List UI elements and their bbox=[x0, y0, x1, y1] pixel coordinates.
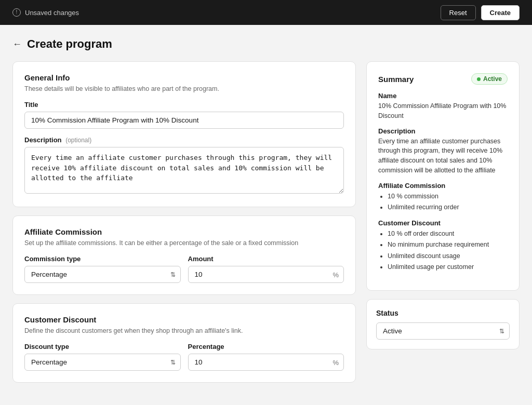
summary-description-value: Every time an affiliate customer purchas… bbox=[378, 137, 508, 176]
list-item: Unlimited recurring order bbox=[388, 202, 508, 213]
discount-percentage-group: Percentage % bbox=[188, 343, 344, 371]
summary-status-badge: Active bbox=[471, 73, 508, 85]
summary-status-label: Active bbox=[483, 75, 502, 83]
customer-discount-card: Customer Discount Define the discount cu… bbox=[12, 303, 356, 383]
back-arrow[interactable]: ← bbox=[12, 39, 22, 50]
list-item: 10 % off order discount bbox=[388, 228, 508, 239]
summary-commission-list: 10 % commissionUnlimited recurring order bbox=[378, 191, 508, 213]
reset-button[interactable]: Reset bbox=[441, 5, 476, 20]
discount-percentage-input[interactable] bbox=[188, 354, 344, 371]
status-dot-icon bbox=[477, 77, 481, 81]
discount-type-select-wrapper: Percentage Fixed ⇅ bbox=[24, 354, 181, 371]
summary-header: Summary Active bbox=[378, 73, 508, 85]
page-title: Create program bbox=[27, 37, 112, 51]
right-column: Summary Active Name 10% Commission Affil… bbox=[366, 61, 520, 349]
summary-discount-section: Customer Discount 10 % off order discoun… bbox=[378, 219, 508, 273]
affiliate-commission-subtitle: Set up the affiliate commissions. It can… bbox=[24, 239, 344, 247]
summary-name-section: Name 10% Commission Affiliate Program wi… bbox=[378, 92, 508, 121]
general-info-card: General Info These details will be visib… bbox=[12, 61, 356, 207]
title-input[interactable] bbox=[24, 112, 344, 129]
general-info-title: General Info bbox=[24, 73, 344, 82]
page-content: ← Create program General Info These deta… bbox=[0, 25, 532, 395]
discount-type-label: Discount type bbox=[24, 343, 181, 350]
description-label: Description (optional) bbox=[24, 136, 344, 144]
discount-type-group: Discount type Percentage Fixed ⇅ bbox=[24, 343, 181, 371]
commission-amount-group: Amount % bbox=[188, 255, 344, 283]
summary-name-value: 10% Commission Affiliate Program with 10… bbox=[378, 101, 508, 121]
list-item: 10 % commission bbox=[388, 191, 508, 202]
summary-commission-label: Affiliate Commission bbox=[378, 182, 508, 190]
topbar: ! Unsaved changes Reset Create bbox=[0, 0, 532, 25]
left-column: General Info These details will be visib… bbox=[12, 61, 356, 383]
page-header: ← Create program bbox=[12, 37, 520, 51]
commission-type-group: Commission type Percentage Fixed ⇅ bbox=[24, 255, 181, 283]
discount-percentage-wrapper: % bbox=[188, 354, 344, 371]
list-item: Unlimited usage per customer bbox=[388, 262, 508, 273]
title-label: Title bbox=[24, 101, 344, 109]
summary-card: Summary Active Name 10% Commission Affil… bbox=[366, 61, 520, 291]
commission-type-select-wrapper: Percentage Fixed ⇅ bbox=[24, 266, 181, 283]
commission-amount-wrapper: % bbox=[188, 266, 344, 283]
commission-fields-row: Commission type Percentage Fixed ⇅ Amoun… bbox=[24, 255, 344, 283]
warning-icon: ! bbox=[12, 8, 21, 17]
status-card-title: Status bbox=[376, 309, 510, 317]
discount-fields-row: Discount type Percentage Fixed ⇅ Percent… bbox=[24, 343, 344, 371]
description-textarea[interactable]: Every time an affiliate customer purchas… bbox=[24, 147, 344, 194]
customer-discount-subtitle: Define the discount customers get when t… bbox=[24, 327, 344, 334]
unsaved-changes-label: Unsaved changes bbox=[25, 9, 79, 17]
main-layout: General Info These details will be visib… bbox=[12, 61, 520, 383]
summary-commission-section: Affiliate Commission 10 % commissionUnli… bbox=[378, 182, 508, 213]
status-select[interactable]: Active Inactive bbox=[376, 322, 510, 340]
list-item: Unlimited discount usage bbox=[388, 251, 508, 262]
unsaved-changes-notice: ! Unsaved changes bbox=[12, 8, 79, 17]
create-button[interactable]: Create bbox=[481, 5, 520, 20]
commission-amount-suffix: % bbox=[332, 271, 339, 278]
affiliate-commission-card: Affiliate Commission Set up the affiliat… bbox=[12, 215, 356, 295]
affiliate-commission-title: Affiliate Commission bbox=[24, 227, 344, 236]
description-optional-label: (optional) bbox=[65, 137, 91, 144]
summary-description-section: Description Every time an affiliate cust… bbox=[378, 127, 508, 176]
status-select-wrapper: Active Inactive ⇅ bbox=[376, 322, 510, 340]
list-item: No minimum purchase requirement bbox=[388, 239, 508, 250]
summary-discount-list: 10 % off order discountNo minimum purcha… bbox=[378, 228, 508, 273]
commission-amount-label: Amount bbox=[188, 255, 344, 263]
discount-percentage-label: Percentage bbox=[188, 343, 344, 350]
general-info-subtitle: These details will be visible to affilia… bbox=[24, 85, 344, 92]
summary-title: Summary bbox=[378, 75, 414, 84]
commission-type-select[interactable]: Percentage Fixed bbox=[24, 266, 181, 283]
summary-name-label: Name bbox=[378, 92, 508, 100]
discount-type-select[interactable]: Percentage Fixed bbox=[24, 354, 181, 371]
summary-discount-label: Customer Discount bbox=[378, 219, 508, 227]
summary-description-label: Description bbox=[378, 127, 508, 135]
topbar-actions: Reset Create bbox=[441, 5, 520, 20]
status-card: Status Active Inactive ⇅ bbox=[366, 299, 520, 349]
commission-amount-input[interactable] bbox=[188, 266, 344, 283]
customer-discount-title: Customer Discount bbox=[24, 315, 344, 324]
commission-type-label: Commission type bbox=[24, 255, 181, 263]
discount-percentage-suffix: % bbox=[332, 358, 339, 366]
